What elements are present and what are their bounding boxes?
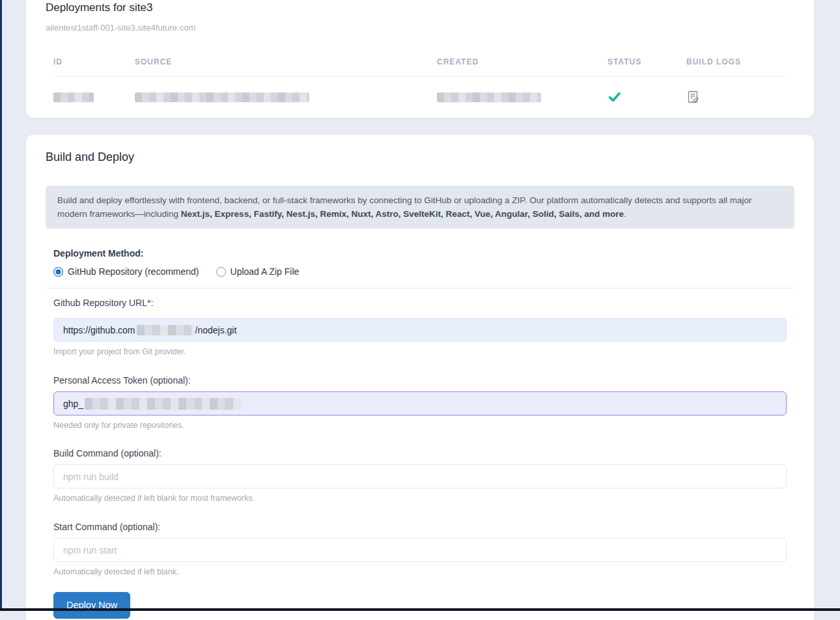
col-header-id: ID — [53, 57, 135, 66]
deployments-table-header: ID SOURCE CREATED STATUS BUILD LOGS — [53, 57, 787, 77]
start-command-help: Automatically detected if left blank. — [53, 567, 787, 578]
col-header-created: CREATED — [437, 57, 608, 66]
site-domain: ailentest1staff-001-site3.site4future.co… — [46, 22, 794, 34]
radio-github-repository[interactable]: GitHub Repository (recommend) — [53, 265, 199, 279]
deployments-table: ID SOURCE CREATED STATUS BUILD LOGS — [53, 57, 787, 104]
deployment-method-section: Deployment Method: GitHub Repository (re… — [53, 247, 787, 279]
build-and-deploy-card: Build and Deploy Build and deploy effort… — [26, 135, 814, 620]
repo-url-redacted — [137, 325, 194, 335]
col-header-source: SOURCE — [135, 57, 437, 66]
deploy-now-button[interactable]: Deploy Now — [53, 592, 130, 619]
radio-selected-icon[interactable] — [53, 267, 63, 277]
repo-url-prefix: https://github.com — [63, 325, 135, 335]
window-bottom-edge — [0, 608, 840, 611]
deployments-card: Deployments for site3 ailentest1staff-00… — [26, 0, 814, 118]
section-divider — [46, 288, 794, 289]
repo-url-input[interactable]: https://github.com/nodejs.git — [53, 318, 787, 342]
framework-info-banner: Build and deploy effortlessly with front… — [46, 186, 794, 229]
repo-url-label: Github Repository URL*: — [53, 296, 787, 309]
token-redacted — [85, 398, 241, 410]
token-input[interactable]: ghp_ — [53, 391, 787, 416]
repo-url-group: Github Repository URL*: https://github.c… — [53, 296, 787, 358]
radio-zip-label: Upload A Zip File — [231, 265, 300, 279]
build-deploy-title: Build and Deploy — [46, 149, 794, 165]
repo-url-suffix: /nodejs.git — [195, 325, 237, 335]
deployment-source-redacted — [135, 92, 309, 102]
deployments-title: Deployments for site3 — [46, 0, 794, 16]
deployment-created-redacted — [437, 92, 541, 102]
deployment-method-label: Deployment Method: — [53, 247, 787, 260]
token-help: Needed only for private repositories. — [53, 420, 787, 431]
radio-unselected-icon[interactable] — [216, 267, 226, 277]
token-label: Personal Access Token (optional): — [53, 374, 787, 387]
build-command-label: Build Command (optional): — [53, 447, 787, 460]
start-command-label: Start Command (optional): — [53, 520, 787, 533]
info-text-period: . — [624, 209, 626, 219]
table-row — [53, 77, 787, 104]
build-command-help: Automatically detected if left blank for… — [53, 493, 787, 504]
status-success-check-icon — [608, 91, 686, 104]
build-command-input[interactable] — [53, 464, 787, 488]
token-prefix: ghp_ — [63, 399, 83, 409]
radio-github-label: GitHub Repository (recommend) — [68, 265, 199, 279]
col-header-status: STATUS — [608, 57, 686, 66]
col-header-build-logs: BUILD LOGS — [686, 57, 787, 66]
token-group: Personal Access Token (optional): ghp_ N… — [53, 374, 787, 431]
start-command-input[interactable] — [53, 538, 787, 562]
info-text-frameworks: Next.js, Express, Fastify, Nest.js, Remi… — [181, 209, 624, 219]
repo-url-help: Import your project from Git provider. — [53, 346, 787, 358]
page: Deployments for site3 ailentest1staff-00… — [0, 0, 840, 611]
window-left-edge — [0, 0, 2, 611]
build-log-document-edit-icon[interactable] — [686, 90, 787, 104]
start-command-group: Start Command (optional): Automatically … — [53, 520, 787, 578]
radio-upload-zip[interactable]: Upload A Zip File — [216, 265, 300, 279]
build-command-group: Build Command (optional): Automatically … — [53, 447, 787, 504]
deployment-id-redacted — [53, 92, 94, 102]
